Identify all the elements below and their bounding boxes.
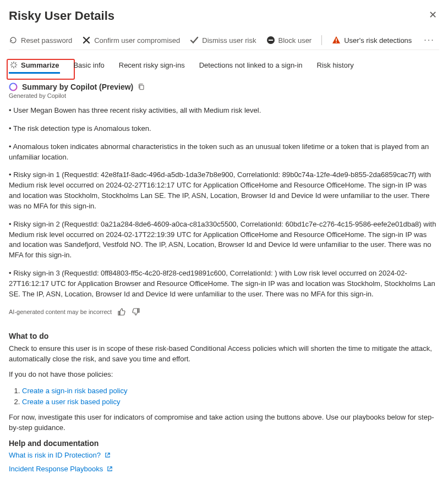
- divider: [321, 35, 322, 45]
- what-to-do-p1: Check to ensure this user is in scope of…: [9, 344, 439, 365]
- block-user-button[interactable]: Block user: [266, 36, 312, 45]
- summary-body: • User Megan Bowen has three recent risk…: [9, 106, 439, 300]
- tab-summarize-label: Summarize: [21, 61, 59, 69]
- what-to-do-p3: For now, investigate this user for indic…: [9, 412, 439, 433]
- confirm-compromised-button[interactable]: Confirm user compromised: [82, 36, 180, 45]
- copilot-icon: [9, 82, 18, 91]
- help-heading: Help and documentation: [9, 439, 439, 448]
- create-signin-risk-policy-link[interactable]: Create a sign-in risk based policy: [22, 387, 127, 395]
- confirm-compromised-label: Confirm user compromised: [94, 36, 180, 45]
- warning-icon: [332, 36, 341, 45]
- svg-rect-3: [336, 42, 337, 43]
- summary-bullet: • Risky sign-in 1 (RequestId: 42e8fa1f-8…: [9, 170, 439, 211]
- what-to-do-p2: If you do not have those policies:: [9, 370, 439, 380]
- what-is-risk-label: What is risk in ID Protection?: [9, 451, 101, 459]
- copy-icon[interactable]: [138, 83, 145, 91]
- incident-playbooks-link[interactable]: Incident Response Playbooks: [9, 465, 113, 473]
- svg-point-4: [10, 84, 17, 91]
- tab-basic-info[interactable]: Basic info: [72, 58, 105, 73]
- sparkle-icon: [10, 61, 18, 69]
- ai-disclaimer: AI-generated content may be incorrect: [9, 309, 112, 315]
- close-icon[interactable]: ✕: [427, 9, 439, 21]
- refresh-icon: [9, 36, 18, 45]
- risk-detections-label: User's risk detections: [344, 36, 412, 45]
- check-icon: [190, 36, 199, 45]
- reset-password-button[interactable]: Reset password: [9, 36, 72, 45]
- toolbar: Reset password Confirm user compromised …: [9, 32, 439, 50]
- svg-rect-5: [140, 85, 144, 90]
- external-link-icon: [105, 452, 111, 458]
- what-to-do-heading: What to do: [9, 332, 439, 340]
- create-user-risk-policy-link[interactable]: Create a user risk based policy: [22, 398, 120, 406]
- external-link-icon: [107, 465, 113, 471]
- dismiss-risk-label: Dismiss user risk: [202, 36, 256, 45]
- reset-password-label: Reset password: [21, 36, 72, 45]
- risk-detections-button[interactable]: User's risk detections: [332, 36, 412, 45]
- summary-title: Summary by Copilot (Preview): [22, 82, 133, 91]
- summary-bullet: • User Megan Bowen has three recent risk…: [9, 106, 439, 116]
- page-title: Risky User Details: [9, 9, 114, 23]
- tab-summarize[interactable]: Summarize: [9, 58, 60, 73]
- x-icon: [82, 36, 91, 45]
- summary-bullet: • Risky sign-in 3 (RequestId: 0ff84803-f…: [9, 268, 439, 300]
- dismiss-risk-button[interactable]: Dismiss user risk: [190, 36, 256, 45]
- tab-detections-not-linked[interactable]: Detections not linked to a sign-in: [198, 58, 304, 73]
- thumbs-up-icon[interactable]: [117, 307, 126, 316]
- what-is-risk-link[interactable]: What is risk in ID Protection?: [9, 451, 111, 459]
- summary-bullet: • Risky sign-in 2 (RequestId: 0a21a284-8…: [9, 219, 439, 261]
- svg-rect-2: [336, 38, 337, 41]
- more-icon[interactable]: ···: [422, 35, 436, 45]
- summary-bullet: • The risk detection type is Anomalous t…: [9, 124, 439, 134]
- block-user-label: Block user: [278, 36, 312, 45]
- incident-playbooks-label: Incident Response Playbooks: [9, 465, 103, 473]
- tab-risk-history[interactable]: Risk history: [316, 58, 355, 73]
- policy-list: Create a sign-in risk based policy Creat…: [22, 386, 439, 407]
- block-icon: [266, 36, 275, 45]
- svg-rect-1: [269, 40, 273, 41]
- tabs: Summarize Basic info Recent risky sign-i…: [9, 58, 439, 73]
- generated-by-label: Generated by Copilot: [9, 92, 439, 99]
- tab-recent-signins[interactable]: Recent risky sign-ins: [118, 58, 186, 73]
- summary-bullet: • Anomalous token indicates abnormal cha…: [9, 142, 439, 163]
- thumbs-down-icon[interactable]: [132, 307, 140, 316]
